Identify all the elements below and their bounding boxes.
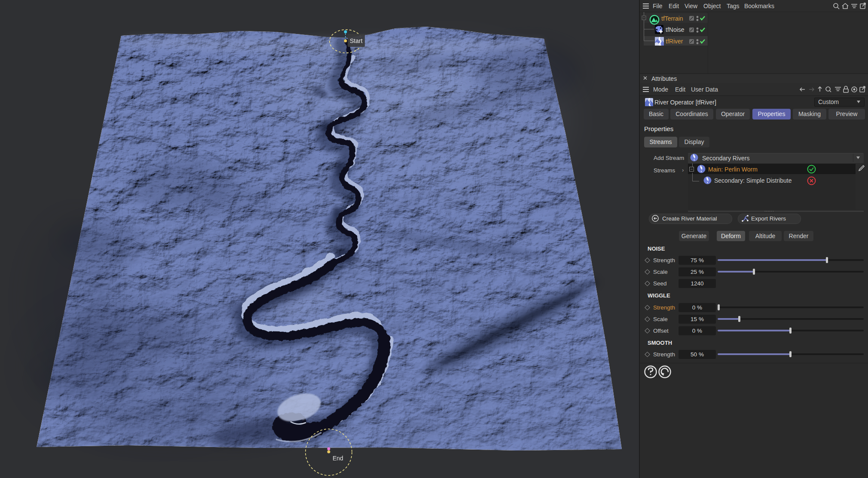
svg-text:Start: Start: [350, 37, 363, 44]
svg-text:End: End: [333, 455, 343, 462]
